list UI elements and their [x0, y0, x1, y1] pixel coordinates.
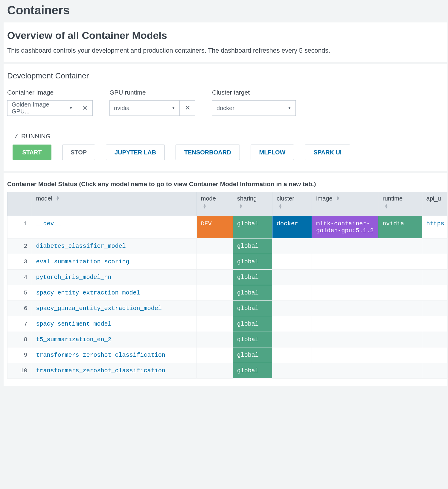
api-url-cell: [422, 316, 447, 332]
row-index: 7: [7, 316, 32, 332]
image-cell: [312, 270, 378, 285]
table-row: 7spacy_sentiment_modelglobal: [7, 316, 447, 332]
runtime-cell: [378, 254, 422, 270]
chevron-down-icon: ▼: [172, 106, 175, 110]
cluster-cell: [272, 332, 312, 347]
api-url-cell: [422, 270, 447, 285]
runtime-cell: [378, 270, 422, 285]
column-header-runtime[interactable]: runtime ▲▼: [378, 192, 422, 216]
stop-button[interactable]: STOP: [62, 145, 95, 160]
image-cell: [312, 316, 378, 332]
row-index: 1: [7, 216, 32, 239]
start-button[interactable]: START: [13, 145, 51, 160]
column-header-sharing[interactable]: sharing ▲▼: [233, 192, 272, 216]
table-row: 2diabetes_classifier_modelglobal: [7, 239, 447, 254]
container-image-clear-button[interactable]: ✕: [77, 100, 93, 116]
container-image-select[interactable]: Golden Image GPU... ▼: [7, 100, 77, 116]
cluster-target-select[interactable]: docker ▼: [212, 100, 296, 116]
sharing-cell: global: [233, 332, 272, 347]
mode-cell: [196, 285, 233, 301]
model-link[interactable]: spacy_sentiment_model: [36, 321, 112, 327]
container-image-value: Golden Image GPU...: [12, 101, 65, 115]
api-url-cell: [422, 285, 447, 301]
mode-cell: [196, 239, 233, 254]
api-url-cell: https: [422, 216, 447, 239]
cluster-cell: [272, 285, 312, 301]
image-cell: [312, 347, 378, 363]
column-header-image[interactable]: image ▲▼: [312, 192, 378, 216]
image-cell: [312, 363, 378, 379]
image-cell: [312, 285, 378, 301]
gpu-runtime-group: GPU runtime nvidia ▼ ✕: [109, 89, 195, 116]
runtime-cell: [378, 239, 422, 254]
gpu-runtime-select[interactable]: nvidia ▼: [109, 100, 180, 116]
api-url-cell: [422, 347, 447, 363]
api-url-link[interactable]: https: [426, 220, 444, 227]
jupyter-lab-button[interactable]: JUPYTER LAB: [106, 145, 165, 160]
api-url-cell: [422, 239, 447, 254]
table-row: 1__dev__DEVglobaldockermltk-container-go…: [7, 216, 447, 239]
cluster-target-value: docker: [217, 105, 234, 112]
sharing-cell: global: [233, 316, 272, 332]
cluster-cell: [272, 254, 312, 270]
header-label: image: [316, 195, 332, 202]
model-link[interactable]: eval_summarization_scoring: [36, 258, 129, 265]
image-cell: [312, 332, 378, 347]
cluster-cell: [272, 301, 312, 316]
header-label: runtime: [383, 195, 417, 202]
model-link[interactable]: t5_summarization_en_2: [36, 336, 112, 343]
model-link[interactable]: spacy_ginza_entity_extraction_model: [36, 305, 162, 312]
sort-icon: ▲▼: [56, 196, 60, 201]
row-index: 8: [7, 332, 32, 347]
row-index: 9: [7, 347, 32, 363]
model-link[interactable]: transformers_zeroshot_classification: [36, 367, 165, 374]
row-index: 10: [7, 363, 32, 379]
mlflow-button[interactable]: MLFLOW: [251, 145, 294, 160]
table-title: Container Model Status (Click any model …: [7, 180, 447, 188]
model-cell: __dev__: [32, 216, 196, 239]
model-cell: eval_summarization_scoring: [32, 254, 196, 270]
spark-ui-button[interactable]: SPARK UI: [305, 145, 350, 160]
table-row: 8t5_summarization_en_2global: [7, 332, 447, 347]
model-link[interactable]: transformers_zeroshot_classification: [36, 352, 165, 359]
header-label: model: [36, 195, 52, 202]
cluster-cell: [272, 347, 312, 363]
header-label: api_u: [426, 195, 441, 202]
mode-cell: [196, 363, 233, 379]
sharing-cell: global: [233, 363, 272, 379]
sharing-cell: global: [233, 347, 272, 363]
runtime-cell: nvidia: [378, 216, 422, 239]
runtime-cell: [378, 347, 422, 363]
dev-container-section-title: Development Container: [7, 71, 444, 81]
column-header-mode[interactable]: mode ▲▼: [196, 192, 233, 216]
column-header-api-url[interactable]: api_u: [422, 192, 447, 216]
model-link[interactable]: pytorch_iris_model_nn: [36, 274, 112, 281]
header-label: mode: [201, 195, 228, 202]
model-link[interactable]: diabetes_classifier_model: [36, 243, 126, 250]
close-icon: ✕: [185, 104, 190, 112]
model-link[interactable]: spacy_entity_extraction_model: [36, 289, 140, 296]
mode-cell: [196, 316, 233, 332]
gpu-runtime-label: GPU runtime: [109, 89, 195, 96]
container-image-label: Container Image: [7, 89, 93, 96]
sort-icon: ▲▼: [203, 204, 228, 209]
sharing-cell: global: [233, 270, 272, 285]
table-row: 5spacy_entity_extraction_modelglobal: [7, 285, 447, 301]
gpu-runtime-clear-button[interactable]: ✕: [180, 100, 195, 116]
runtime-cell: [378, 332, 422, 347]
api-url-cell: [422, 301, 447, 316]
model-cell: spacy_ginza_entity_extraction_model: [32, 301, 196, 316]
tensorboard-button[interactable]: TENSORBOARD: [176, 145, 240, 160]
model-link[interactable]: __dev__: [36, 220, 61, 227]
runtime-cell: [378, 301, 422, 316]
model-cell: spacy_sentiment_model: [32, 316, 196, 332]
column-header-model[interactable]: model ▲▼: [32, 192, 196, 216]
overview-title: Overview of all Container Models: [7, 30, 444, 41]
image-cell: [312, 254, 378, 270]
close-icon: ✕: [82, 104, 88, 112]
mode-cell: [196, 254, 233, 270]
check-icon: ✓: [14, 133, 19, 140]
mode-cell: DEV: [196, 216, 233, 239]
sharing-cell: global: [233, 285, 272, 301]
column-header-cluster[interactable]: cluster ▲▼: [272, 192, 312, 216]
